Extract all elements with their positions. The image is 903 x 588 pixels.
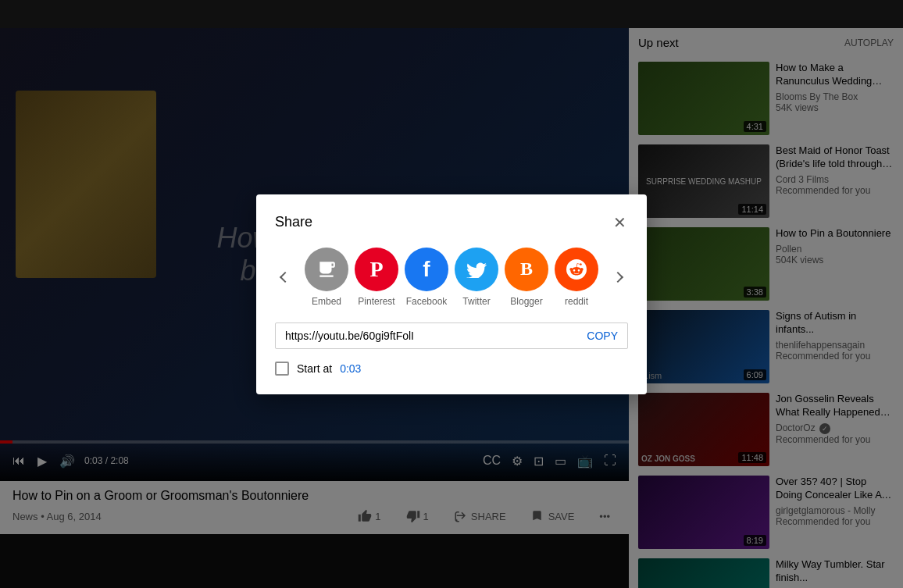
share-icon-reddit[interactable]: reddit bbox=[555, 248, 598, 307]
reddit-icon bbox=[566, 259, 587, 280]
share-icon-blogger[interactable]: B Blogger bbox=[505, 248, 548, 307]
share-url-input[interactable] bbox=[285, 330, 587, 342]
share-nav-prev[interactable] bbox=[275, 267, 295, 287]
close-button[interactable]: ✕ bbox=[612, 213, 628, 232]
modal-overlay[interactable]: Share ✕ Embed P Pinterest f bbox=[0, 0, 903, 588]
embed-icon bbox=[316, 259, 337, 280]
embed-label: Embed bbox=[312, 296, 341, 307]
share-icons: Embed P Pinterest f Facebook Twitter bbox=[275, 248, 628, 307]
share-url-row: COPY bbox=[275, 323, 628, 349]
copy-button[interactable]: COPY bbox=[587, 330, 618, 342]
pinterest-label: Pinterest bbox=[358, 296, 394, 307]
share-title: Share bbox=[275, 214, 312, 230]
share-icon-twitter[interactable]: Twitter bbox=[455, 248, 498, 307]
embed-circle bbox=[305, 248, 348, 291]
share-header: Share ✕ bbox=[275, 213, 628, 232]
twitter-circle bbox=[455, 248, 498, 291]
chevron-right-icon bbox=[612, 271, 623, 282]
start-at-row: Start at 0:03 bbox=[275, 362, 628, 376]
twitter-label: Twitter bbox=[462, 296, 490, 307]
start-at-time[interactable]: 0:03 bbox=[340, 362, 361, 375]
start-at-checkbox[interactable] bbox=[275, 362, 289, 376]
facebook-circle: f bbox=[405, 248, 448, 291]
blogger-circle: B bbox=[505, 248, 548, 291]
start-at-label: Start at bbox=[297, 362, 332, 375]
twitter-bird-icon bbox=[466, 261, 487, 278]
share-icon-list: Embed P Pinterest f Facebook Twitter bbox=[295, 248, 608, 307]
facebook-label: Facebook bbox=[406, 296, 448, 307]
reddit-label: reddit bbox=[565, 296, 588, 307]
share-icon-embed[interactable]: Embed bbox=[305, 248, 348, 307]
share-nav-next[interactable] bbox=[608, 267, 628, 287]
share-icon-facebook[interactable]: f Facebook bbox=[405, 248, 448, 307]
share-modal: Share ✕ Embed P Pinterest f bbox=[256, 194, 647, 394]
share-icon-pinterest[interactable]: P Pinterest bbox=[355, 248, 398, 307]
blogger-label: Blogger bbox=[510, 296, 542, 307]
reddit-circle bbox=[555, 248, 598, 291]
chevron-left-icon bbox=[280, 271, 291, 282]
pinterest-circle: P bbox=[355, 248, 398, 291]
